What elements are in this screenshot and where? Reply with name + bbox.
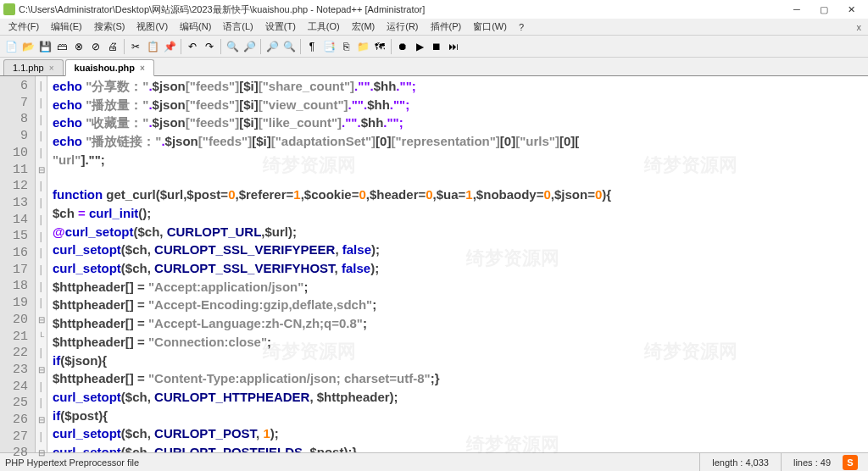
tab-active[interactable]: kuaishou.php× [65,59,154,76]
zoom-out-icon[interactable]: 🔍 [281,39,297,54]
menu-bar: 文件(F) 编辑(E) 搜索(S) 视图(V) 编码(N) 语言(L) 设置(T… [0,19,868,36]
tab-close-icon[interactable]: × [140,64,145,73]
editor-area: 6789101112131415161718192021222324252627… [0,76,868,452]
new-file-icon[interactable]: 📄 [3,39,19,54]
save-icon[interactable]: 💾 [37,39,53,54]
replay-macro-icon[interactable]: ⏭ [446,39,461,54]
play-macro-icon[interactable]: ▶ [412,39,427,54]
fold-column: │││││⊟││││││││⊟└│⊟││⊟│⊟ [36,76,47,452]
menu-help[interactable]: ? [514,20,529,34]
toolbar: 📄 📂 💾 🗃 ⊗ ⊘ 🖨 ✂ 📋 📌 ↶ ↷ 🔍 🔎 🔎 🔍 ¶ 📑 ⎘ 📁 … [0,36,868,58]
tab-inactive[interactable]: 1.1.php× [3,59,64,75]
menu-run[interactable]: 运行(R) [381,19,423,35]
redo-icon[interactable]: ↷ [202,39,217,54]
save-all-icon[interactable]: 🗃 [54,39,70,54]
find-icon[interactable]: 🔍 [225,39,240,54]
status-filetype: PHP Hypertext Preprocessor file [5,457,699,468]
open-file-icon[interactable]: 📂 [20,39,36,54]
undo-icon[interactable]: ↶ [185,39,200,54]
menu-settings[interactable]: 设置(T) [260,19,301,35]
folder-icon[interactable]: 📁 [355,39,370,54]
menu-plugins[interactable]: 插件(P) [426,19,467,35]
replace-icon[interactable]: 🔎 [242,39,257,54]
status-bar: PHP Hypertext Preprocessor file length :… [0,452,868,471]
app-icon [3,3,15,15]
separator [260,39,261,54]
paste-icon[interactable]: 📌 [162,39,177,54]
menu-window[interactable]: 窗口(W) [468,19,512,35]
menu-tools[interactable]: 工具(O) [303,19,345,35]
close-all-icon[interactable]: ⊘ [88,39,103,54]
menu-edit[interactable]: 编辑(E) [46,19,87,35]
menu-view[interactable]: 视图(V) [131,19,173,35]
status-length: length : 4,033 [699,453,781,471]
tab-label: 1.1.php [13,63,44,73]
separator [391,39,392,54]
print-icon[interactable]: 🖨 [105,39,120,54]
menu-macro[interactable]: 宏(M) [347,19,381,35]
separator [220,39,221,54]
zoom-in-icon[interactable]: 🔎 [264,39,280,54]
menu-file[interactable]: 文件(F) [3,19,44,35]
status-lines: lines : 49 [781,453,843,471]
show-chars-icon[interactable]: 📑 [321,39,337,54]
close-button[interactable]: ✕ [837,0,865,19]
separator [300,39,301,54]
menu-encoding[interactable]: 编码(N) [175,19,216,35]
stop-macro-icon[interactable]: ⏹ [429,39,444,54]
indent-guide-icon[interactable]: ⎘ [338,39,353,54]
minimize-button[interactable]: ─ [783,0,810,19]
tab-label: kuaishou.php [75,63,136,73]
tab-bar: 1.1.php× kuaishou.php× [0,58,868,76]
window-controls: ─ ▢ ✕ [783,0,865,19]
menu-lang[interactable]: 语言(L) [218,19,258,35]
line-number-gutter: 6789101112131415161718192021222324252627… [0,76,36,452]
record-macro-icon[interactable]: ⏺ [395,39,410,54]
wordwrap-icon[interactable]: ¶ [304,39,320,54]
menu-search[interactable]: 搜索(S) [89,19,131,35]
separator [124,39,125,54]
cut-icon[interactable]: ✂ [128,39,143,54]
menu-close-x[interactable]: x [857,22,865,32]
window-title: C:\Users\Administrator\Desktop\网站源码\2023… [19,3,425,16]
ime-tray-icon[interactable]: S [843,455,858,470]
code-content[interactable]: echo "分享数：".$json["feeds"][$i]["share_co… [47,76,868,452]
maximize-button[interactable]: ▢ [810,0,837,19]
close-file-icon[interactable]: ⊗ [71,39,86,54]
doc-map-icon[interactable]: 🗺 [372,39,387,54]
copy-icon[interactable]: 📋 [145,39,160,54]
tab-close-icon[interactable]: × [49,64,54,73]
separator [181,39,181,54]
title-bar: C:\Users\Administrator\Desktop\网站源码\2023… [0,0,868,19]
